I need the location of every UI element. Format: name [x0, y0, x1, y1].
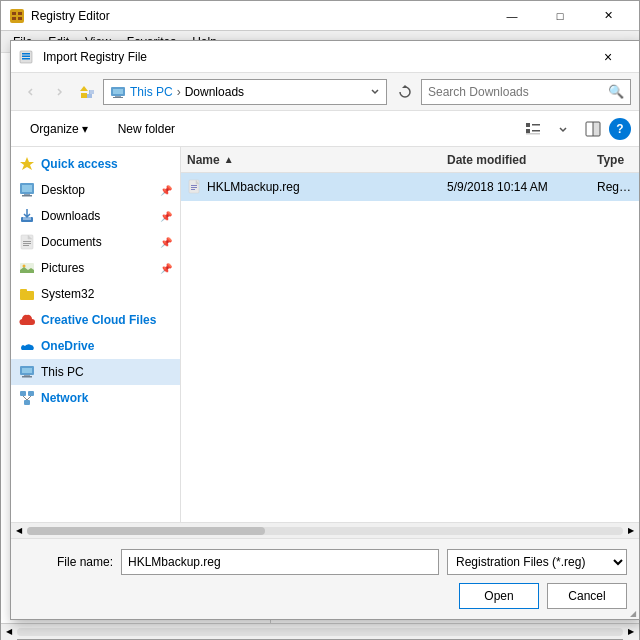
- network-icon: [19, 390, 35, 406]
- svg-rect-14: [115, 96, 121, 97]
- svg-rect-20: [532, 130, 540, 132]
- registry-close-btn[interactable]: ✕: [585, 1, 631, 31]
- filetype-select[interactable]: Registration Files (*.reg)All Files (*.*…: [447, 549, 627, 575]
- col-header-date[interactable]: Date modified: [441, 153, 591, 167]
- svg-marker-16: [402, 85, 408, 88]
- file-row-hklmbackup[interactable]: HKLMbackup.reg 5/9/2018 10:14 AM Registr…: [181, 173, 639, 201]
- hscroll-right-btn[interactable]: ▶: [623, 523, 639, 539]
- sidebar-item-desktop[interactable]: Desktop 📌: [11, 177, 180, 203]
- svg-marker-11: [90, 90, 95, 94]
- breadcrumb-this-pc[interactable]: This PC: [130, 85, 173, 99]
- filename-row: File name: Registration Files (*.reg)All…: [23, 549, 627, 575]
- star-icon: [19, 156, 35, 172]
- desktop-pin-icon: 📌: [160, 185, 172, 196]
- svg-rect-44: [20, 391, 26, 396]
- footer-buttons: Open Cancel: [23, 583, 627, 609]
- pictures-pin-icon: 📌: [160, 263, 172, 274]
- svg-rect-23: [593, 122, 600, 136]
- view-dropdown-btn[interactable]: [549, 116, 577, 142]
- sidebar-section-quick-access[interactable]: Quick access: [11, 151, 180, 177]
- dialog-nav-toolbar: This PC › Downloads 🔍: [11, 73, 639, 111]
- registry-minimize-btn[interactable]: —: [489, 1, 535, 31]
- preview-pane-btn[interactable]: [579, 116, 607, 142]
- svg-rect-49: [189, 180, 199, 193]
- sidebar-item-pictures[interactable]: Pictures 📌: [11, 255, 180, 281]
- svg-rect-43: [22, 376, 32, 378]
- breadcrumb[interactable]: This PC › Downloads: [103, 79, 387, 105]
- up-btn[interactable]: [75, 80, 99, 104]
- filename-label: File name:: [23, 555, 113, 569]
- svg-rect-34: [23, 243, 31, 244]
- reg-file-icon: [187, 179, 203, 195]
- resize-handle[interactable]: ◢: [627, 607, 639, 619]
- svg-rect-19: [526, 129, 530, 133]
- breadcrumb-downloads[interactable]: Downloads: [185, 85, 244, 99]
- svg-rect-27: [22, 185, 32, 192]
- sidebar-item-downloads[interactable]: Downloads 📌: [11, 203, 180, 229]
- open-btn[interactable]: Open: [459, 583, 539, 609]
- this-pc-icon: [19, 364, 35, 380]
- dialog-titlebar: Import Registry File ×: [11, 41, 639, 73]
- sidebar-section-creative-cloud[interactable]: Creative Cloud Files: [11, 307, 180, 333]
- sidebar-section-network[interactable]: Network: [11, 385, 180, 411]
- new-folder-btn[interactable]: New folder: [107, 116, 186, 142]
- downloads-icon: [19, 208, 35, 224]
- svg-marker-25: [20, 157, 34, 170]
- registry-scroll-right-btn[interactable]: ▶: [623, 624, 639, 640]
- documents-pin-icon: 📌: [160, 237, 172, 248]
- svg-rect-52: [191, 189, 195, 190]
- sidebar-section-onedrive[interactable]: OneDrive: [11, 333, 180, 359]
- svg-rect-5: [22, 53, 30, 55]
- search-btn[interactable]: 🔍: [608, 84, 624, 99]
- organize-btn[interactable]: Organize ▾: [19, 116, 99, 142]
- forward-btn[interactable]: [47, 80, 71, 104]
- svg-rect-39: [20, 289, 27, 292]
- svg-rect-17: [526, 123, 530, 127]
- svg-rect-3: [12, 15, 22, 17]
- onedrive-icon: [19, 338, 35, 354]
- help-btn[interactable]: ?: [609, 118, 631, 140]
- refresh-btn[interactable]: [393, 80, 417, 104]
- svg-marker-10: [87, 94, 92, 98]
- registry-hscroll[interactable]: ◀ ▶: [1, 623, 639, 639]
- import-dialog: Import Registry File ×: [10, 40, 640, 620]
- hscroll-left-btn[interactable]: ◀: [11, 523, 27, 539]
- breadcrumb-dropdown-btn[interactable]: [370, 85, 380, 99]
- back-btn[interactable]: [19, 80, 43, 104]
- file-list-header: Name ▲ Date modified Type: [181, 147, 639, 173]
- registry-titlebar: Registry Editor — □ ✕: [1, 1, 639, 31]
- breadcrumb-sep1: ›: [177, 85, 181, 99]
- search-box[interactable]: 🔍: [421, 79, 631, 105]
- dialog-close-btn[interactable]: ×: [585, 41, 631, 73]
- cancel-btn[interactable]: Cancel: [547, 583, 627, 609]
- file-list: Name ▲ Date modified Type: [181, 147, 639, 522]
- svg-rect-35: [23, 245, 29, 246]
- desktop-icon: [19, 182, 35, 198]
- folder-system32-icon: [19, 286, 35, 302]
- sidebar-item-documents[interactable]: Documents 📌: [11, 229, 180, 255]
- svg-marker-9: [80, 86, 88, 91]
- dialog-content: Quick access Desktop 📌: [11, 147, 639, 522]
- sidebar-item-this-pc[interactable]: This PC: [11, 359, 180, 385]
- svg-line-48: [27, 396, 31, 400]
- file-list-scroll[interactable]: HKLMbackup.reg 5/9/2018 10:14 AM Registr…: [181, 173, 639, 522]
- pictures-icon: [19, 260, 35, 276]
- svg-rect-8: [81, 93, 87, 98]
- hscroll-thumb[interactable]: [27, 527, 265, 535]
- hscroll-track[interactable]: [27, 527, 623, 535]
- sidebar-item-system32[interactable]: System32: [11, 281, 180, 307]
- filename-input[interactable]: [121, 549, 439, 575]
- dialog-hscroll: ◀ ▶: [11, 522, 639, 538]
- file-name-cell: HKLMbackup.reg: [181, 179, 441, 195]
- svg-rect-21: [526, 133, 540, 135]
- registry-maximize-btn[interactable]: □: [537, 1, 583, 31]
- search-input[interactable]: [428, 85, 608, 99]
- registry-scroll-left-btn[interactable]: ◀: [1, 624, 17, 640]
- col-header-name[interactable]: Name ▲: [181, 153, 441, 167]
- dialog-title-icon: [19, 49, 35, 65]
- svg-rect-7: [22, 58, 30, 60]
- col-header-type[interactable]: Type: [591, 153, 639, 167]
- view-list-btn[interactable]: [519, 116, 547, 142]
- dialog-organize-toolbar: Organize ▾ New folder: [11, 111, 639, 147]
- svg-rect-51: [191, 187, 197, 188]
